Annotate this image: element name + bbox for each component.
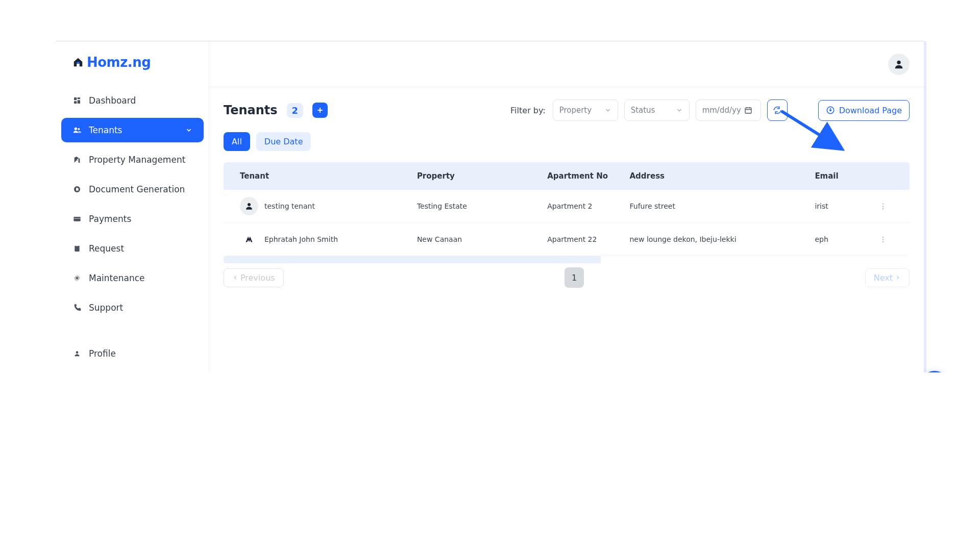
sidebar-item-setting[interactable]: Setting [61,371,204,372]
svg-rect-0 [77,62,80,64]
svg-point-5 [75,128,77,130]
chevron-down-icon [185,127,192,134]
current-page-number[interactable]: 1 [565,267,584,288]
row-actions-button[interactable]: ⋮ [876,235,890,243]
tenant-avatar-icon [240,230,258,248]
tenant-property: Testing Estate [409,190,539,223]
table-row[interactable]: Ephratah John Smith New Canaan Apartment… [224,223,910,256]
date-placeholder: mm/dd/yy [702,106,741,115]
sidebar-item-label: Property Management [89,155,185,165]
svg-rect-24 [745,108,751,113]
pagination: Previous 1 Next [224,267,910,288]
add-tenant-button[interactable] [312,103,328,118]
card-icon [72,214,82,223]
horizontal-scrollbar[interactable] [224,256,910,263]
svg-rect-3 [78,100,80,104]
sidebar-item-payments[interactable]: Payments [61,207,204,231]
tenants-table: Tenant Property Apartment No Address Ema… [224,162,910,256]
table-row[interactable]: testing tenant Testing Estate Apartment … [224,190,910,223]
building-icon [72,155,82,164]
tenant-address: new lounge dekon, Ibeju-lekki [622,223,807,256]
table-header-row: Tenant Property Apartment No Address Ema… [224,162,910,190]
chevron-down-icon [676,107,683,114]
svg-rect-4 [74,101,77,104]
tab-all[interactable]: All [224,132,250,151]
status-filter-select[interactable]: Status [624,99,690,121]
clipboard-icon [72,244,82,253]
sidebar-item-label: Support [89,303,123,313]
svg-rect-7 [76,159,76,159]
chevron-left-icon [232,274,238,281]
sidebar-item-profile[interactable]: Profile [61,341,204,366]
sidebar-item-label: Payments [89,214,131,224]
tenant-property: New Canaan [409,223,539,256]
svg-point-6 [78,128,80,130]
column-header: Email [806,162,868,190]
calendar-icon [744,106,752,114]
next-page-button[interactable]: Next [865,268,910,287]
download-page-button[interactable]: Download Page [818,100,910,121]
gear-icon [72,273,82,283]
svg-rect-12 [74,217,80,221]
document-icon [72,185,82,194]
phone-icon [72,303,82,312]
svg-rect-2 [78,97,80,99]
column-header: Address [622,162,807,190]
sidebar-item-label: Tenants [89,125,122,135]
svg-point-30 [248,203,251,206]
brand-logo-icon [72,57,84,68]
sidebar-item-maintenance[interactable]: Maintenance [61,266,204,290]
filter-tabs: All Due Date [224,132,910,151]
page-title: Tenants [224,103,278,117]
download-icon [826,106,835,115]
filter-by-label: Filter by: [510,106,546,115]
sidebar-item-label: Profile [89,348,116,359]
sidebar-item-label: Document Generation [89,184,185,194]
column-header: Property [409,162,539,190]
column-header: Apartment No [539,162,621,190]
row-actions-button[interactable]: ⋮ [876,202,890,210]
sidebar-item-support[interactable]: Support [61,295,204,320]
svg-rect-15 [76,245,78,246]
brand: Homz.ng [61,51,204,79]
scrollbar-region[interactable] [924,41,926,372]
svg-rect-8 [77,159,77,159]
chevron-right-icon [895,274,901,281]
svg-point-20 [897,60,900,64]
property-filter-select[interactable]: Property [553,99,618,121]
primary-nav: Dashboard Tenants Property Management Do… [61,88,204,372]
sidebar-item-request[interactable]: Request [61,236,204,261]
sidebar-item-label: Request [89,243,124,254]
tenant-apartment: Apartment 2 [539,190,621,223]
column-header: Tenant [224,162,409,190]
refresh-button[interactable] [767,99,788,121]
select-placeholder: Status [631,106,655,115]
sidebar-item-dashboard[interactable]: Dashboard [61,88,204,113]
person-icon [72,349,82,358]
svg-rect-14 [75,246,79,252]
tab-due-date[interactable]: Due Date [256,132,311,151]
svg-point-17 [76,351,79,354]
tenant-name: Ephratah John Smith [264,235,338,243]
brand-name: Homz.ng [87,55,151,70]
user-avatar[interactable] [888,54,910,75]
tenant-count-badge: 2 [287,103,304,118]
previous-page-button[interactable]: Previous [224,268,284,287]
sidebar-item-property-management[interactable]: Property Management [61,147,204,172]
tenant-email: irist [806,190,868,223]
sidebar-item-label: Maintenance [89,273,144,283]
tenant-name: testing tenant [264,202,315,210]
sidebar-item-tenants[interactable]: Tenants [61,118,204,142]
svg-rect-9 [76,160,76,161]
dashboard-icon [72,96,82,105]
tenant-address: Fufure street [622,190,807,223]
sidebar-item-document-generation[interactable]: Document Generation [61,177,204,202]
date-filter-input[interactable]: mm/dd/yy [696,99,761,121]
topbar [209,41,924,87]
tenant-apartment: Apartment 22 [539,223,621,256]
tenant-avatar-icon [240,197,258,215]
previous-label: Previous [240,273,275,283]
sidebar: Homz.ng Dashboard Tenants Property Manag… [56,41,209,372]
download-label: Download Page [839,106,902,115]
tenant-email: eph [806,223,868,256]
